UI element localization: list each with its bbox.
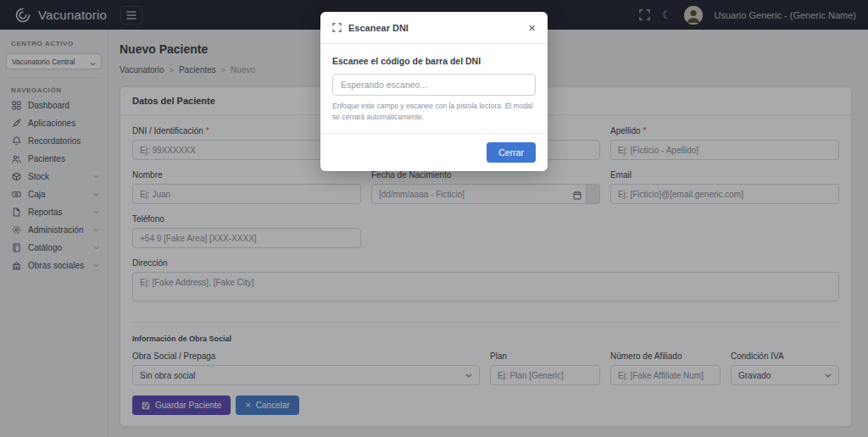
app-window: Vacunatorio ☾ Usu <box>0 0 868 437</box>
modal-close-button[interactable]: Cerrar <box>487 142 536 163</box>
scan-helper-text: Enfoque este campo y escanee con la pist… <box>332 101 536 123</box>
modal-footer: Cerrar <box>320 133 548 171</box>
escanear-dni-modal: Escanear DNI × Escanee el código de barr… <box>320 12 548 171</box>
modal-body: Escanee el código de barra del DNI Enfoq… <box>320 44 548 133</box>
close-icon[interactable]: × <box>528 21 536 34</box>
scan-icon <box>332 23 342 32</box>
scan-input[interactable] <box>332 74 536 96</box>
modal-header: Escanear DNI × <box>320 12 548 44</box>
modal-title: Escanear DNI <box>348 23 409 33</box>
scan-field-label: Escanee el código de barra del DNI <box>332 56 536 66</box>
